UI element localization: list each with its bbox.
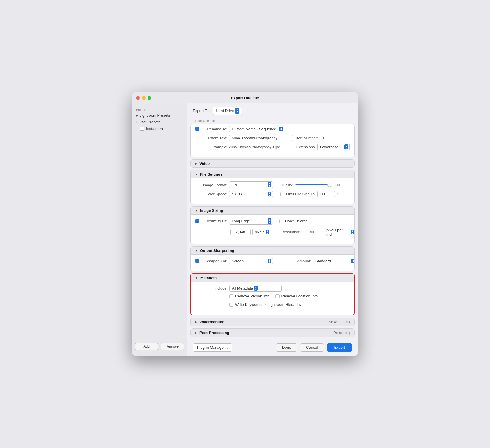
image-format-select[interactable]: JPEG ▲ ▼	[229, 181, 273, 188]
export-dialog: Export One File Preset: ▶ Lightroom Pres…	[132, 92, 358, 356]
rename-to-select[interactable]: Custom Name - Sequence ▲ ▼	[229, 126, 284, 132]
minimize-button[interactable]	[142, 96, 146, 100]
video-section: ▶ Video	[190, 159, 355, 168]
instagram-checkbox[interactable]	[140, 127, 144, 131]
export-to-value: Hard Drive	[216, 109, 234, 113]
window-body: Preset: ▶ Lightroom Presets ▾ User Prese…	[132, 103, 358, 356]
start-number-input[interactable]	[320, 135, 337, 141]
custom-text-label: Custom Text:	[195, 136, 227, 140]
write-keywords-checkbox-row: Write Keywords as Lightroom Hierarchy	[229, 302, 302, 307]
file-settings-body: Image Format: JPEG ▲ ▼ Quality:	[191, 178, 354, 204]
image-sizing-section: ▼ Image Sizing Resize to Fit: Long Edge …	[190, 206, 355, 244]
custom-text-input[interactable]	[229, 135, 293, 141]
slider-thumb	[327, 183, 331, 187]
output-sharpening-body: Sharpen For: Screen ▲ ▼ Amount: Standard	[191, 255, 354, 271]
instagram-label: Instagram	[146, 127, 163, 131]
triangle-down-icon: ▼	[195, 209, 198, 212]
cancel-button[interactable]: Cancel	[300, 343, 324, 352]
rename-checkbox[interactable]	[195, 127, 199, 131]
extensions-select[interactable]: Lowercase ▲ ▼	[317, 144, 350, 150]
remove-person-label: Remove Person Info	[235, 294, 270, 298]
limit-file-size-unit: K	[337, 192, 339, 196]
pixels-input[interactable]	[230, 229, 251, 235]
file-settings-section: ▼ File Settings Image Format: JPEG ▲ ▼	[190, 170, 355, 204]
rename-to-value: Custom Name - Sequence	[232, 127, 278, 131]
video-section-title: Video	[199, 161, 210, 166]
triangle-down-icon: ▼	[195, 276, 198, 279]
example-row: Example: Alina-Thomas-Photography-1.jpg …	[195, 144, 350, 150]
write-keywords-row: Write Keywords as Lightroom Hierarchy	[229, 302, 349, 308]
image-format-arrows: ▲ ▼	[268, 182, 271, 187]
sharpen-for-label: Sharpen For:	[201, 259, 227, 263]
resize-to-fit-row: Resize to Fit: Long Edge ▲ ▼ Don't Enlar…	[195, 218, 350, 224]
output-sharpening-header[interactable]: ▼ Output Sharpening	[191, 247, 354, 255]
remove-location-checkbox[interactable]	[275, 294, 280, 298]
resolution-input[interactable]	[302, 229, 322, 235]
plugin-manager-button[interactable]: Plug-in Manager...	[193, 343, 232, 352]
export-button[interactable]: Export	[327, 343, 352, 352]
color-space-select[interactable]: sRGB ▲ ▼	[229, 191, 273, 197]
sharpen-arrows: ▲ ▼	[268, 259, 271, 263]
pixels-arrows: ▲ ▼	[266, 230, 269, 234]
limit-file-size-label: Limit File Size To:	[286, 192, 316, 196]
up-icon: ▲	[268, 259, 271, 261]
sharpen-for-select[interactable]: Screen ▲ ▼	[229, 258, 273, 264]
include-select[interactable]: All Metadata ▲ ▼	[229, 285, 282, 292]
traffic-lights	[136, 96, 151, 100]
remove-button[interactable]: Remove	[161, 343, 184, 350]
export-to-label: Export To:	[193, 109, 210, 113]
limit-file-size-row: Limit File Size To: K	[280, 191, 339, 197]
color-space-row: Color Space: sRGB ▲ ▼ Limit File Size To…	[195, 191, 350, 197]
file-settings-header[interactable]: ▼ File Settings	[191, 170, 354, 178]
custom-text-row: Custom Text: Start Number:	[195, 135, 350, 141]
limit-file-size-checkbox[interactable]	[280, 192, 284, 196]
post-processing-title: Post-Processing	[199, 330, 229, 335]
sharpen-for-value: Screen	[232, 259, 266, 263]
post-processing-section: ▶ Post-Processing Do nothing	[190, 328, 355, 337]
post-processing-header[interactable]: ▶ Post-Processing Do nothing	[191, 329, 354, 337]
resize-to-fit-value: Long Edge	[232, 219, 266, 223]
metadata-body: Include: All Metadata ▲ ▼	[191, 282, 354, 315]
post-processing-right: Do nothing	[333, 331, 350, 335]
export-to-select[interactable]: Hard Drive ▲ ▼	[213, 107, 242, 115]
preset-label: Preset:	[132, 106, 187, 112]
write-keywords-checkbox[interactable]	[229, 303, 233, 307]
pixels-unit-select[interactable]: pixels ▲ ▼	[252, 229, 275, 235]
export-to-arrows: ▲ ▼	[235, 108, 239, 114]
remove-person-checkbox[interactable]	[229, 294, 233, 298]
sidebar-item-user-presets[interactable]: ▾ User Presets	[132, 119, 187, 125]
chevron-right-icon: ▶	[136, 114, 138, 117]
sharpen-for-checkbox[interactable]	[195, 259, 199, 263]
video-section-header[interactable]: ▶ Video	[191, 160, 354, 167]
pixels-unit: pixels	[255, 230, 264, 234]
output-sharpening-section: ▼ Output Sharpening Sharpen For: Screen …	[190, 246, 355, 271]
resolution-arrows: ▲ ▼	[351, 230, 354, 234]
metadata-header[interactable]: ▼ Metadata	[191, 274, 354, 282]
image-sizing-header[interactable]: ▼ Image Sizing	[191, 207, 354, 215]
close-button[interactable]	[136, 96, 140, 100]
down-icon: ▼	[351, 232, 353, 234]
up-icon: ▲	[268, 219, 271, 221]
limit-file-size-input[interactable]	[317, 191, 335, 197]
quality-value: 100	[333, 183, 341, 187]
dont-enlarge-checkbox[interactable]	[279, 219, 283, 223]
resolution-label: Resolution:	[281, 230, 300, 234]
maximize-button[interactable]	[148, 96, 151, 100]
rename-to-label: Rename To:	[201, 127, 227, 131]
image-sizing-title: Image Sizing	[200, 208, 223, 213]
resize-to-fit-checkbox[interactable]	[195, 219, 199, 223]
down-icon: ▼	[266, 232, 268, 234]
main-content: Export To: Hard Drive ▲ ▼ Export One Fil…	[187, 103, 358, 356]
done-button[interactable]: Done	[276, 343, 297, 352]
amount-select[interactable]: Standard ▲ ▼	[313, 258, 355, 264]
add-button[interactable]: Add	[135, 343, 158, 350]
resize-to-fit-select[interactable]: Long Edge ▲ ▼	[229, 218, 273, 224]
sidebar-item-lightroom-presets[interactable]: ▶ Lightroom Presets	[132, 112, 187, 119]
quality-slider[interactable]	[295, 184, 330, 185]
sidebar-item-instagram[interactable]: Instagram	[132, 125, 187, 132]
resolution-unit-select[interactable]: pixels per inch ▲ ▼	[324, 227, 355, 237]
file-naming-section: Rename To: Custom Name - Sequence ▲ ▼ Cu…	[190, 124, 355, 157]
watermarking-header[interactable]: ▶ Watermarking No watermark	[191, 318, 354, 326]
triangle-down-icon: ▼	[195, 173, 198, 176]
extensions-arrows: ▲ ▼	[344, 144, 348, 149]
